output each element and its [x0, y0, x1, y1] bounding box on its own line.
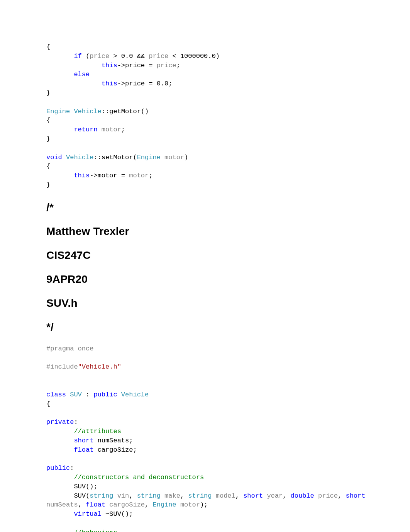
code-text: :	[82, 391, 94, 398]
code-line: }	[46, 135, 50, 143]
code-text: ,	[145, 501, 152, 508]
code-text: cargoSize;	[93, 446, 137, 454]
type-suv: SUV	[70, 391, 82, 398]
type-engine: Engine	[46, 108, 70, 115]
code-text: ->price = 0.0;	[117, 80, 173, 87]
keyword-this: this	[102, 62, 117, 69]
code-block-2: #pragma once #include"Vehicle.h" class S…	[46, 344, 364, 532]
comment-attributes: //attributes	[74, 428, 121, 435]
param-motor: motor	[180, 501, 200, 508]
code-line: }	[46, 89, 50, 97]
comment-behaviors: //behaviors	[74, 529, 117, 532]
keyword-this: this	[102, 80, 117, 87]
keyword-short: short	[346, 492, 365, 500]
param-make: make	[164, 492, 180, 500]
keyword-else: else	[74, 71, 90, 78]
code-text: < 1000000.0)	[168, 53, 220, 60]
code-text: ,	[129, 492, 137, 500]
code-line: {	[46, 163, 50, 170]
type-engine: Engine	[137, 154, 161, 161]
code-text: ::setMotor(	[93, 154, 137, 161]
keyword-double: double	[291, 492, 314, 500]
code-line: }	[46, 181, 50, 189]
heading-comment-open: /*	[46, 201, 364, 214]
code-text: SUV(	[74, 492, 90, 500]
code-text: ;	[149, 172, 152, 179]
keyword-void: void	[46, 154, 62, 161]
code-line: {	[46, 117, 50, 124]
keyword-float: float	[86, 501, 105, 508]
type-string: string	[137, 492, 161, 500]
heading-filename: SUV.h	[46, 297, 364, 309]
type-engine: Engine	[152, 501, 176, 508]
code-text: ~SUV();	[102, 510, 133, 518]
type-string: string	[90, 492, 113, 500]
param-model: model	[216, 492, 235, 500]
code-text: )	[184, 154, 188, 161]
ident-motor: motor	[129, 172, 149, 179]
param-price: price	[90, 53, 109, 60]
code-block-1: { if (price > 0.0 && price < 1000000.0) …	[46, 42, 364, 190]
type-string: string	[188, 492, 212, 500]
code-text: SUV();	[74, 483, 97, 490]
code-line: {	[46, 43, 50, 51]
preproc-include: #include	[46, 363, 78, 371]
code-text: );	[200, 501, 208, 508]
code-text: numSeats;	[93, 437, 133, 444]
param-motor: motor	[164, 154, 184, 161]
param-year: year	[267, 492, 283, 500]
type-vehicle: Vehicle	[66, 154, 93, 161]
comment-ctor: //constructors and deconstructors	[74, 474, 204, 481]
param-price: price	[149, 53, 168, 60]
heading-course: CIS247C	[46, 249, 364, 262]
param-price: price	[318, 492, 338, 500]
keyword-return: return	[74, 126, 97, 133]
code-text: > 0.0 &&	[109, 53, 149, 60]
keyword-virtual: virtual	[74, 510, 101, 518]
document-page: { if (price > 0.0 && price < 1000000.0) …	[0, 0, 410, 532]
code-text: ;	[121, 126, 125, 133]
code-text: ,	[235, 492, 243, 500]
type-vehicle: Vehicle	[121, 391, 149, 398]
ident-motor: motor	[102, 126, 121, 133]
code-line: {	[46, 400, 50, 408]
code-text: ->price =	[117, 62, 157, 69]
keyword-public: public	[46, 464, 70, 472]
include-string: "Vehicle.h"	[78, 363, 121, 371]
code-text: ,	[180, 492, 188, 500]
code-text: ;	[176, 62, 180, 69]
keyword-float: float	[74, 446, 93, 454]
code-text: ,	[283, 492, 290, 500]
keyword-this: this	[74, 172, 90, 179]
keyword-public: public	[93, 391, 117, 398]
param-vin: vin	[117, 492, 129, 500]
keyword-class: class	[46, 391, 66, 398]
code-text: :	[70, 464, 74, 472]
code-text: ->motor =	[90, 172, 129, 179]
code-text: ::getMotor()	[102, 108, 149, 115]
heading-comment-close: */	[46, 321, 364, 333]
type-vehicle: Vehicle	[74, 108, 101, 115]
keyword-private: private	[46, 418, 74, 426]
param-price: price	[157, 62, 176, 69]
code-text: ,	[78, 501, 86, 508]
heading-author: Matthew Trexler	[46, 225, 364, 238]
param-cargosize: cargoSize	[109, 501, 145, 508]
heading-date: 9APR20	[46, 273, 364, 286]
keyword-short: short	[243, 492, 263, 500]
code-text: :	[74, 418, 78, 426]
code-text: ,	[338, 492, 346, 500]
keyword-short: short	[74, 437, 93, 444]
param-numseats: numSeats	[46, 501, 78, 508]
preproc-pragma: #pragma once	[46, 345, 93, 352]
keyword-if: if	[74, 53, 81, 60]
